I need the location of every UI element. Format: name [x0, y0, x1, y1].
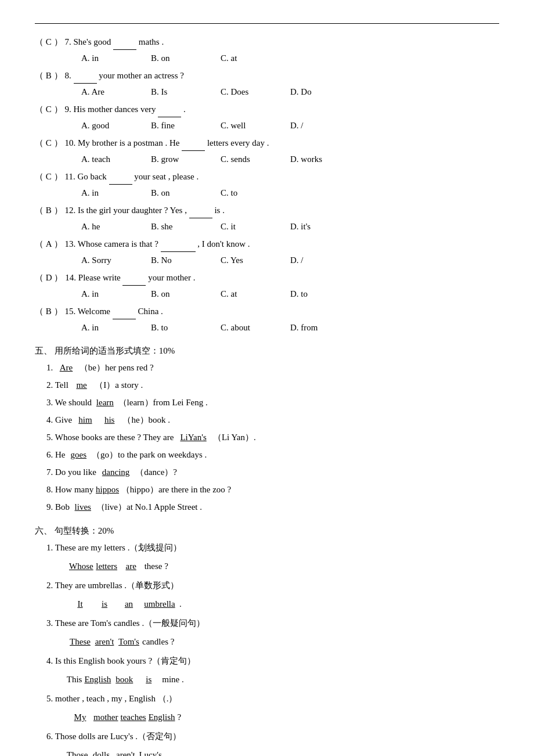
q10-a: A. teach: [81, 152, 151, 167]
t6-dolls: dolls: [90, 747, 112, 756]
q15-c: C. about: [221, 321, 290, 336]
q12-a: A. he: [81, 219, 151, 235]
q7-blank: [113, 34, 136, 50]
q15-choices: A. in B. to C. about D. from: [35, 321, 499, 336]
fill-2: 2. Tell me （I）a story .: [35, 377, 499, 393]
t5-english: English: [149, 710, 175, 725]
q7-text: 7. She's good maths .: [65, 34, 164, 50]
q9-choices: A. good B. fine C. well D. /: [35, 118, 499, 134]
t5-teaches: teaches: [121, 710, 146, 725]
answer-9: （ C ）: [35, 102, 63, 117]
q15-a: A. in: [81, 321, 151, 336]
q7-a: A. in: [81, 51, 151, 66]
q9-blank: [158, 102, 181, 117]
fill-4-answer1: him: [74, 412, 96, 428]
answer-8: （ B ）: [35, 69, 63, 84]
q8-c: C. Does: [221, 85, 290, 100]
q9-a: A. good: [81, 118, 151, 134]
section-5: 五、 用所给词的适当形式填空：10% 1. Are （be）her pens r…: [35, 345, 499, 515]
q13-blank: [161, 236, 196, 252]
question-15: （ B ） 15. Welcome China .: [35, 304, 499, 319]
q14-a: A. in: [81, 287, 151, 302]
t1-whose: Whose: [69, 559, 93, 574]
q8-text: 8. your mother an actress ?: [65, 68, 184, 84]
q13-text: 13. Whose camera is that ? , I don't kno…: [65, 236, 250, 252]
q9-text: 9. His mother dances very .: [65, 102, 186, 117]
fill-4-answer2: his: [99, 412, 121, 428]
transform-3-answer: These aren't Tom's candles ?: [35, 634, 499, 650]
q13-d: D. /: [290, 253, 360, 268]
section-6-title: 六、 句型转换：20%: [35, 525, 499, 537]
transform-5-prompt: 5. mother , teach , my , English （.）: [35, 691, 499, 707]
q14-blank: [122, 270, 146, 286]
q7-b: B. on: [151, 51, 221, 66]
question-7: （ C ） 7. She's good maths .: [35, 34, 499, 50]
transform-1-answer: Whose letters are these ?: [35, 559, 499, 574]
transform-2-answer: It is an umbrella .: [35, 596, 499, 612]
question-10: （ C ） 10. My brother is a postman . He l…: [35, 135, 499, 151]
t2-an: an: [118, 596, 140, 612]
t4-english: English: [84, 672, 111, 687]
q13-c: C. Yes: [221, 253, 290, 268]
section-5-title: 五、 用所给词的适当形式填空：10%: [35, 345, 499, 357]
t4-is: is: [138, 672, 160, 687]
fill-7-answer: dancing: [99, 465, 134, 480]
q9-d: D. /: [290, 118, 360, 134]
fill-2-answer: me: [71, 377, 93, 393]
q10-c: C. sends: [221, 152, 290, 167]
q14-d: D. to: [290, 287, 360, 302]
q8-b: B. Is: [151, 85, 221, 100]
t2-it: It: [69, 596, 91, 612]
t6-arent: aren't: [114, 747, 136, 756]
question-12: （ B ） 12. Is the girl your daughter ? Ye…: [35, 203, 499, 218]
question-9: （ C ） 9. His mother dances very .: [35, 102, 499, 117]
t3-arent: aren't: [93, 634, 116, 650]
question-11: （ C ） 11. Go back your seat , please .: [35, 169, 499, 185]
q15-blank: [113, 304, 136, 319]
fill-6-answer: goes: [67, 447, 89, 463]
transform-6-prompt: 6. Those dolls are Lucy's .（否定句）: [35, 729, 499, 744]
answer-15: （ B ）: [35, 304, 63, 319]
q11-b: B. on: [151, 186, 221, 201]
q15-d: D. from: [290, 321, 360, 336]
t3-these: These: [69, 634, 91, 650]
q12-b: B. she: [151, 219, 221, 235]
q10-choices: A. teach B. grow C. sends D. works: [35, 152, 499, 167]
fill-4: 4. Give him his （he）book .: [35, 412, 499, 428]
transform-5-answer: My mother teaches English ?: [35, 710, 499, 725]
q11-choices: A. in B. on C. to: [35, 186, 499, 201]
q12-blank: [189, 203, 212, 218]
q8-d: D. Do: [290, 85, 360, 100]
q11-a: A. in: [81, 186, 151, 201]
answer-7: （ C ）: [35, 35, 63, 50]
question-13: （ A ） 13. Whose camera is that ? , I don…: [35, 236, 499, 252]
q13-b: B. No: [151, 253, 221, 268]
q10-b: B. grow: [151, 152, 221, 167]
fill-6: 6. He goes （go）to the park on weekdays .: [35, 447, 499, 463]
q11-text: 11. Go back your seat , please .: [65, 169, 199, 185]
fill-8-answer: hippos: [96, 482, 119, 498]
q9-c: C. well: [221, 118, 290, 134]
q13-choices: A. Sorry B. No C. Yes D. /: [35, 253, 499, 268]
fill-9: 9. Bob lives （live）at No.1 Apple Street …: [35, 499, 499, 515]
transform-3-prompt: 3. These are Tom's candles .（一般疑问句）: [35, 615, 499, 631]
q8-choices: A. Are B. Is C. Does D. Do: [35, 85, 499, 100]
fill-9-answer: lives: [72, 499, 94, 515]
transform-1-prompt: 1. These are my letters .（划线提问）: [35, 540, 499, 556]
answer-10: （ C ）: [35, 136, 63, 151]
q8-blank: [74, 68, 97, 84]
q11-c: C. to: [221, 186, 290, 201]
q14-choices: A. in B. on C. at D. to: [35, 287, 499, 302]
q8-a: A. Are: [81, 85, 151, 100]
q11-blank: [109, 169, 132, 185]
q15-text: 15. Welcome China .: [65, 304, 163, 319]
t3-toms: Tom's: [118, 634, 140, 650]
answer-11: （ C ）: [35, 170, 63, 185]
fill-5: 5. Whose books are these ? They are LiYa…: [35, 430, 499, 445]
q10-d: D. works: [290, 152, 360, 167]
t5-mother: mother: [93, 710, 118, 725]
q12-c: C. it: [221, 219, 290, 235]
answer-14: （ D ）: [35, 271, 63, 286]
q15-b: B. to: [151, 321, 221, 336]
fill-7: 7. Do you like dancing （dance）?: [35, 465, 499, 480]
